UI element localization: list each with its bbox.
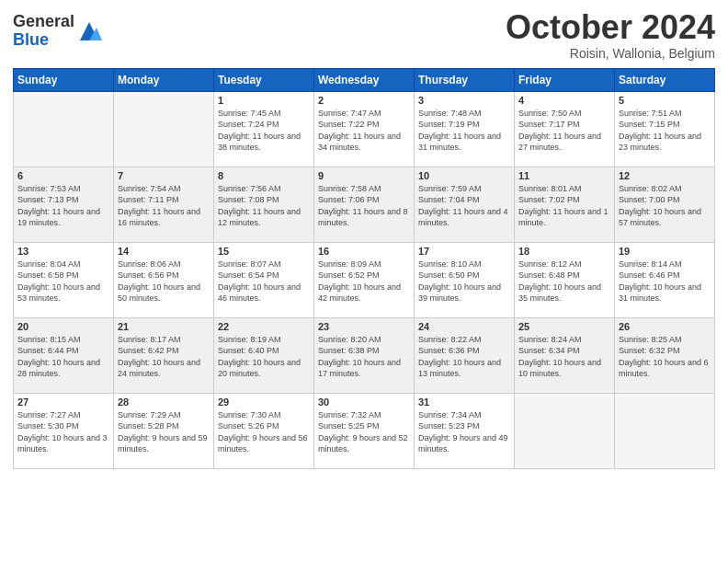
day-detail: Sunrise: 7:51 AMSunset: 7:15 PMDaylight:… (619, 108, 711, 154)
day-detail: Sunrise: 7:58 AMSunset: 7:06 PMDaylight:… (318, 183, 410, 229)
calendar-cell: 14Sunrise: 8:06 AMSunset: 6:56 PMDayligh… (114, 242, 214, 317)
calendar-cell: 8Sunrise: 7:56 AMSunset: 7:08 PMDaylight… (214, 167, 314, 242)
day-detail: Sunrise: 8:14 AMSunset: 6:46 PMDaylight:… (619, 259, 711, 304)
day-detail: Sunrise: 8:24 AMSunset: 6:34 PMDaylight:… (518, 334, 610, 380)
week-row-5: 27Sunrise: 7:27 AMSunset: 5:30 PMDayligh… (14, 393, 715, 468)
day-detail: Sunrise: 8:20 AMSunset: 6:38 PMDaylight:… (318, 334, 410, 380)
day-number: 15 (218, 246, 310, 257)
calendar-cell: 26Sunrise: 8:25 AMSunset: 6:32 PMDayligh… (615, 317, 715, 393)
calendar-cell: 23Sunrise: 8:20 AMSunset: 6:38 PMDayligh… (314, 317, 415, 393)
col-wednesday: Wednesday (314, 68, 415, 91)
day-detail: Sunrise: 7:54 AMSunset: 7:11 PMDaylight:… (118, 183, 210, 229)
calendar-cell: 12Sunrise: 8:02 AMSunset: 7:00 PMDayligh… (615, 167, 715, 242)
day-detail: Sunrise: 7:27 AMSunset: 5:30 PMDaylight:… (17, 409, 109, 455)
day-number: 19 (619, 246, 711, 257)
day-detail: Sunrise: 8:17 AMSunset: 6:42 PMDaylight:… (118, 334, 210, 380)
day-detail: Sunrise: 7:30 AMSunset: 5:26 PMDaylight:… (218, 409, 310, 455)
header: General Blue October 2024 Roisin, Wallon… (13, 9, 715, 61)
day-detail: Sunrise: 8:02 AMSunset: 7:00 PMDaylight:… (619, 183, 711, 229)
calendar-cell: 10Sunrise: 7:59 AMSunset: 7:04 PMDayligh… (415, 167, 515, 242)
calendar-cell (615, 393, 715, 468)
day-number: 2 (318, 95, 410, 106)
calendar-cell: 13Sunrise: 8:04 AMSunset: 6:58 PMDayligh… (14, 242, 114, 317)
logo: General Blue (13, 13, 102, 50)
day-number: 8 (218, 170, 310, 181)
day-number: 12 (619, 170, 711, 181)
logo-general: General (13, 13, 74, 31)
calendar-cell: 29Sunrise: 7:30 AMSunset: 5:26 PMDayligh… (214, 393, 314, 468)
day-number: 10 (418, 170, 510, 181)
calendar-cell: 21Sunrise: 8:17 AMSunset: 6:42 PMDayligh… (114, 317, 214, 393)
day-number: 5 (619, 95, 711, 106)
calendar-cell: 5Sunrise: 7:51 AMSunset: 7:15 PMDaylight… (615, 91, 715, 167)
day-detail: Sunrise: 7:29 AMSunset: 5:28 PMDaylight:… (118, 409, 210, 455)
calendar-cell: 16Sunrise: 8:09 AMSunset: 6:52 PMDayligh… (314, 242, 415, 317)
day-number: 4 (518, 95, 610, 106)
day-detail: Sunrise: 8:07 AMSunset: 6:54 PMDaylight:… (218, 259, 310, 304)
col-thursday: Thursday (415, 68, 515, 91)
calendar-cell: 30Sunrise: 7:32 AMSunset: 5:25 PMDayligh… (314, 393, 415, 468)
day-number: 3 (418, 95, 510, 106)
week-row-2: 6Sunrise: 7:53 AMSunset: 7:13 PMDaylight… (14, 167, 715, 242)
calendar-cell: 6Sunrise: 7:53 AMSunset: 7:13 PMDaylight… (14, 167, 114, 242)
calendar-cell: 24Sunrise: 8:22 AMSunset: 6:36 PMDayligh… (415, 317, 515, 393)
calendar-cell: 22Sunrise: 8:19 AMSunset: 6:40 PMDayligh… (214, 317, 314, 393)
calendar-cell: 27Sunrise: 7:27 AMSunset: 5:30 PMDayligh… (14, 393, 114, 468)
title-block: October 2024 Roisin, Wallonia, Belgium (506, 9, 715, 61)
calendar-cell: 2Sunrise: 7:47 AMSunset: 7:22 PMDaylight… (314, 91, 415, 167)
logo-blue: Blue (13, 31, 74, 50)
day-detail: Sunrise: 8:19 AMSunset: 6:40 PMDaylight:… (218, 334, 310, 380)
day-detail: Sunrise: 7:48 AMSunset: 7:19 PMDaylight:… (418, 108, 510, 154)
day-number: 16 (318, 246, 410, 257)
day-number: 28 (118, 396, 210, 408)
day-number: 14 (118, 246, 210, 257)
calendar-cell: 11Sunrise: 8:01 AMSunset: 7:02 PMDayligh… (515, 167, 615, 242)
calendar-cell: 20Sunrise: 8:15 AMSunset: 6:44 PMDayligh… (14, 317, 114, 393)
week-row-4: 20Sunrise: 8:15 AMSunset: 6:44 PMDayligh… (14, 317, 715, 393)
calendar-cell: 4Sunrise: 7:50 AMSunset: 7:17 PMDaylight… (515, 91, 615, 167)
col-tuesday: Tuesday (214, 68, 314, 91)
day-number: 27 (17, 396, 109, 408)
day-detail: Sunrise: 8:12 AMSunset: 6:48 PMDaylight:… (518, 259, 610, 304)
day-number: 23 (318, 321, 410, 332)
col-monday: Monday (114, 68, 214, 91)
page: General Blue October 2024 Roisin, Wallon… (0, 0, 728, 563)
header-row: Sunday Monday Tuesday Wednesday Thursday… (14, 68, 715, 91)
calendar-cell: 18Sunrise: 8:12 AMSunset: 6:48 PMDayligh… (515, 242, 615, 317)
day-number: 25 (518, 321, 610, 332)
day-detail: Sunrise: 7:56 AMSunset: 7:08 PMDaylight:… (218, 183, 310, 229)
calendar-cell: 28Sunrise: 7:29 AMSunset: 5:28 PMDayligh… (114, 393, 214, 468)
logo-text: General Blue (13, 13, 74, 50)
day-detail: Sunrise: 7:53 AMSunset: 7:13 PMDaylight:… (17, 183, 109, 229)
day-number: 11 (518, 170, 610, 181)
day-number: 22 (218, 321, 310, 332)
logo-icon (76, 18, 102, 44)
col-friday: Friday (515, 68, 615, 91)
calendar-cell: 15Sunrise: 8:07 AMSunset: 6:54 PMDayligh… (214, 242, 314, 317)
day-number: 17 (418, 246, 510, 257)
day-detail: Sunrise: 7:50 AMSunset: 7:17 PMDaylight:… (518, 108, 610, 154)
calendar-cell: 25Sunrise: 8:24 AMSunset: 6:34 PMDayligh… (515, 317, 615, 393)
day-number: 30 (318, 396, 410, 408)
day-detail: Sunrise: 7:59 AMSunset: 7:04 PMDaylight:… (418, 183, 510, 229)
day-number: 26 (619, 321, 711, 332)
week-row-1: 1Sunrise: 7:45 AMSunset: 7:24 PMDaylight… (14, 91, 715, 167)
calendar-cell: 7Sunrise: 7:54 AMSunset: 7:11 PMDaylight… (114, 167, 214, 242)
day-detail: Sunrise: 8:15 AMSunset: 6:44 PMDaylight:… (17, 334, 109, 380)
calendar-cell (14, 91, 114, 167)
calendar-cell (515, 393, 615, 468)
day-detail: Sunrise: 8:22 AMSunset: 6:36 PMDaylight:… (418, 334, 510, 380)
month-title: October 2024 (506, 9, 715, 46)
day-number: 6 (17, 170, 109, 181)
day-number: 31 (418, 396, 510, 408)
day-detail: Sunrise: 8:04 AMSunset: 6:58 PMDaylight:… (17, 259, 109, 304)
calendar-cell: 19Sunrise: 8:14 AMSunset: 6:46 PMDayligh… (615, 242, 715, 317)
calendar-cell: 17Sunrise: 8:10 AMSunset: 6:50 PMDayligh… (415, 242, 515, 317)
day-detail: Sunrise: 8:10 AMSunset: 6:50 PMDaylight:… (418, 259, 510, 304)
day-number: 24 (418, 321, 510, 332)
day-number: 13 (17, 246, 109, 257)
calendar-cell (114, 91, 214, 167)
col-sunday: Sunday (14, 68, 114, 91)
day-detail: Sunrise: 7:47 AMSunset: 7:22 PMDaylight:… (318, 108, 410, 154)
day-number: 20 (17, 321, 109, 332)
